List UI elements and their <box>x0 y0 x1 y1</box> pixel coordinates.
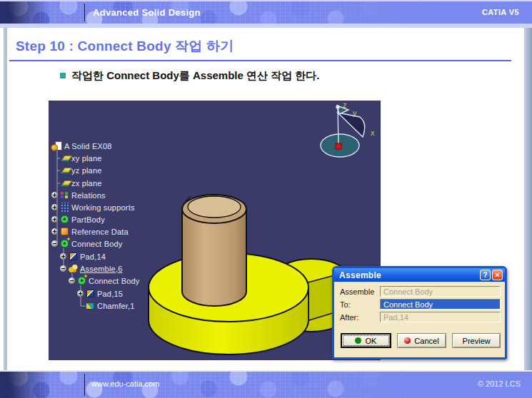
solid-model <box>149 195 347 354</box>
catia-brand-label: CATIA V5 <box>482 1 519 24</box>
footer-divider-line <box>84 374 85 396</box>
cancel-red-dot-icon <box>404 337 411 344</box>
tree-item-xy-plane[interactable]: xy plane <box>60 153 102 163</box>
compass-z-label: z <box>343 101 347 109</box>
catia-viewport: z y x A Solid EX08 xy plane yz plane zx … <box>49 101 381 360</box>
page-title: Step 10 : Connect Body 작업 하기 <box>16 37 234 56</box>
tree-item-assemble6[interactable]: Assemble,6 <box>60 263 122 274</box>
website-link[interactable]: www.edu-catia.com <box>91 372 159 398</box>
dialog-titlebar[interactable]: Assemble ? ✕ <box>334 268 505 282</box>
plane-icon <box>60 165 69 175</box>
after-field: Pad,14 <box>380 312 501 322</box>
to-field-label: To: <box>340 300 380 309</box>
part-document-icon <box>53 141 62 150</box>
bullet-text: 작업한 Connect Body를 Assemble 연산 작업 한다. <box>71 69 320 83</box>
connect-body-icon <box>60 239 69 248</box>
preview-button[interactable]: Preview <box>452 333 501 348</box>
slide-left-border <box>4 28 7 370</box>
tree-item-root[interactable]: A Solid EX08 <box>53 141 112 151</box>
footer-decoration <box>0 372 443 398</box>
reference-data-icon <box>60 227 69 236</box>
tree-item-reference-data[interactable]: Reference Data <box>51 226 129 237</box>
bullet-square-icon <box>60 73 66 78</box>
compass-x-label: x <box>371 128 375 137</box>
field-row-after: After: Pad,14 <box>340 312 501 322</box>
field-row-to: To: Connect Body <box>340 299 501 310</box>
expand-icon[interactable] <box>77 290 84 297</box>
title-underline <box>9 60 511 61</box>
after-field-label: After: <box>340 313 380 322</box>
header-divider-line <box>84 4 85 21</box>
collapse-icon[interactable] <box>51 240 58 247</box>
chamfer-icon <box>86 301 95 310</box>
dialog-buttons: OK Cancel Preview <box>340 333 501 348</box>
tree-item-pad15[interactable]: Pad,15 <box>77 288 123 299</box>
expand-icon[interactable] <box>51 192 58 198</box>
tree-item-connect-body-2[interactable]: Connect Body <box>69 275 140 286</box>
expand-icon[interactable] <box>51 204 58 210</box>
footer-bar: www.edu-catia.com © 2012 LCS <box>0 370 532 398</box>
assemble-dialog: Assemble ? ✕ Assemble Connect Body To: C… <box>332 266 507 359</box>
dialog-body: Assemble Connect Body To: Connect Body A… <box>334 282 505 348</box>
close-icon[interactable]: ✕ <box>492 270 503 280</box>
collapse-icon[interactable] <box>60 265 66 272</box>
tree-item-working-supports[interactable]: Working supports <box>51 202 135 213</box>
header-underline-strip <box>0 24 532 28</box>
tree-item-pad14[interactable]: Pad,14 <box>60 251 106 262</box>
cancel-button[interactable]: Cancel <box>397 333 447 348</box>
pad-icon <box>86 289 95 298</box>
header-decoration <box>0 1 443 24</box>
help-icon[interactable]: ? <box>480 270 491 280</box>
pad-icon <box>69 252 78 261</box>
tree-item-zx-plane[interactable]: zx plane <box>60 178 102 188</box>
bullet-item: 작업한 Connect Body를 Assemble 연산 작업 한다. <box>60 69 320 83</box>
working-supports-icon <box>60 203 69 212</box>
ok-green-dot-icon <box>355 337 361 344</box>
dialog-title: Assemble <box>339 270 478 280</box>
compass-icon: z y x <box>321 101 375 157</box>
compass-origin-handle[interactable] <box>336 143 341 149</box>
field-row-assemble: Assemble Connect Body <box>340 286 501 297</box>
slide-right-border <box>524 28 532 370</box>
plane-icon <box>60 178 69 188</box>
expand-icon[interactable] <box>51 216 58 223</box>
connect-body-icon <box>77 276 86 285</box>
tree-item-connect-body[interactable]: Connect Body <box>51 238 123 249</box>
assemble-field-label: Assemble <box>340 287 380 296</box>
collapse-icon[interactable] <box>69 277 75 284</box>
expand-icon[interactable] <box>51 228 58 235</box>
plane-icon <box>60 153 69 163</box>
tree-item-relations[interactable]: Relations <box>51 190 106 200</box>
relations-icon <box>60 190 69 200</box>
header-bar: Advanced Solid Design CATIA V5 <box>0 1 532 24</box>
compass-y-label: y <box>353 108 357 117</box>
to-field[interactable]: Connect Body <box>380 299 501 310</box>
tree-item-chamfer1[interactable]: Chamfer,1 <box>86 300 135 311</box>
tree-item-yz-plane[interactable]: yz plane <box>60 165 102 175</box>
course-title: Advanced Solid Design <box>93 1 201 24</box>
slide-page: Advanced Solid Design CATIA V5 Step 10 :… <box>0 0 532 398</box>
expand-icon[interactable] <box>60 253 66 260</box>
tree-item-partbody[interactable]: PartBody <box>51 214 105 225</box>
assemble-field: Connect Body <box>380 286 501 297</box>
ok-button[interactable]: OK <box>341 333 391 348</box>
body-icon <box>60 215 69 224</box>
copyright-label: © 2012 LCS <box>478 372 521 398</box>
assemble-operation-icon <box>69 264 78 273</box>
